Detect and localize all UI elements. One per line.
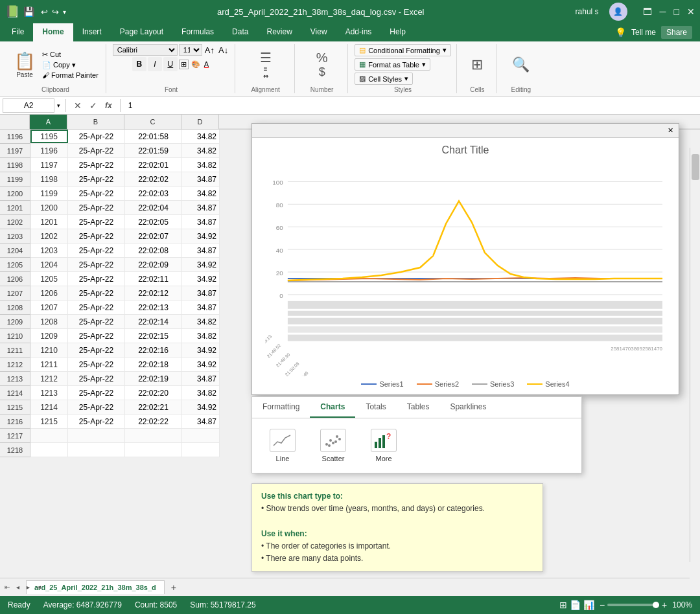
cell-d-1201[interactable]: 34.87 — [182, 201, 220, 214]
cell-d-1216[interactable]: 34.87 — [182, 415, 220, 428]
tab-file[interactable]: File — [3, 23, 33, 41]
cell-a-1209[interactable]: 1208 — [30, 315, 68, 328]
cell-a-1207[interactable]: 1206 — [30, 286, 68, 300]
tell-me-btn[interactable]: Tell me — [631, 28, 656, 37]
cell-c-1197[interactable]: 22:01:59 — [125, 144, 182, 157]
normal-view-icon[interactable]: ⊞ — [559, 600, 567, 610]
cell-d-1213[interactable]: 34.87 — [182, 372, 220, 385]
tab-home[interactable]: Home — [33, 23, 73, 41]
cell-c-1203[interactable]: 22:02:07 — [125, 229, 182, 243]
bold-button[interactable]: B — [132, 57, 146, 71]
cell-b-1196[interactable]: 25-Apr-22 — [68, 130, 125, 143]
cell-d-1198[interactable]: 34.82 — [182, 158, 220, 172]
cell-c-1208[interactable]: 22:02:13 — [125, 301, 182, 314]
qa-scatter-btn[interactable]: Scatter — [310, 425, 356, 466]
row-num-1206[interactable]: 1206 — [0, 272, 30, 286]
undo-icon[interactable]: ↩ — [41, 7, 48, 17]
minimize-icon[interactable]: ─ — [660, 6, 666, 17]
qa-tab-formatting[interactable]: Formatting — [252, 397, 310, 418]
cell-c-1200[interactable]: 22:02:03 — [125, 187, 182, 200]
zoom-out-btn[interactable]: − — [600, 600, 605, 610]
cell-c-1215[interactable]: 22:02:21 — [125, 400, 182, 414]
sheet-tab-1[interactable]: ard_25_April_2022_21h_38m_38s_d — [26, 580, 165, 594]
tab-insert[interactable]: Insert — [73, 23, 111, 41]
cell-b-1208[interactable]: 25-Apr-22 — [68, 301, 125, 314]
formula-input[interactable] — [126, 101, 697, 110]
sheet-nav-first[interactable]: ⇤ — [3, 583, 12, 592]
col-header-b[interactable]: B — [67, 115, 124, 129]
col-header-a[interactable]: A — [30, 115, 67, 129]
cell-d-1218[interactable] — [182, 443, 220, 457]
cell-b-1197[interactable]: 25-Apr-22 — [68, 144, 125, 157]
cell-a-1202[interactable]: 1201 — [30, 215, 68, 229]
cell-a-1197[interactable]: 1196 — [30, 144, 68, 157]
cell-c-1205[interactable]: 22:02:09 — [125, 258, 182, 271]
italic-button[interactable]: I — [148, 57, 162, 71]
cell-b-1207[interactable]: 25-Apr-22 — [68, 286, 125, 300]
cell-b-1200[interactable]: 25-Apr-22 — [68, 187, 125, 200]
cell-a-1201[interactable]: 1200 — [30, 201, 68, 214]
cell-c-1199[interactable]: 22:02:02 — [125, 172, 182, 186]
cell-a-1215[interactable]: 1214 — [30, 400, 68, 414]
cell-b-1202[interactable]: 25-Apr-22 — [68, 215, 125, 229]
cell-c-1217[interactable] — [125, 429, 182, 442]
redo-icon[interactable]: ↪ — [52, 7, 59, 17]
cell-d-1197[interactable]: 34.82 — [182, 144, 220, 157]
cell-c-1198[interactable]: 22:02:01 — [125, 158, 182, 172]
cell-c-1216[interactable]: 22:02:22 — [125, 415, 182, 428]
vertical-scrollbar[interactable] — [690, 148, 700, 562]
tab-page-layout[interactable]: Page Layout — [111, 23, 172, 41]
row-num-1198[interactable]: 1198 — [0, 158, 30, 172]
cell-b-1215[interactable]: 25-Apr-22 — [68, 400, 125, 414]
cell-b-1206[interactable]: 25-Apr-22 — [68, 272, 125, 286]
row-num-1217[interactable]: 1217 — [0, 429, 30, 443]
copy-button[interactable]: 📄 Copy ▾ — [40, 60, 100, 70]
cell-a-1211[interactable]: 1210 — [30, 343, 68, 357]
qa-line-btn[interactable]: Line — [260, 425, 305, 466]
cell-a-1205[interactable]: 1204 — [30, 258, 68, 271]
insert-function-icon[interactable]: fx — [102, 101, 115, 110]
row-num-1205[interactable]: 1205 — [0, 258, 30, 272]
cell-c-1214[interactable]: 22:02:20 — [125, 386, 182, 400]
font-family-select[interactable]: Calibri — [113, 44, 178, 56]
qa-tab-charts[interactable]: Charts — [310, 397, 355, 418]
increase-font-icon[interactable]: A↑ — [204, 45, 216, 55]
cell-d-1209[interactable]: 34.82 — [182, 315, 220, 328]
tab-formulas[interactable]: Formulas — [172, 23, 223, 41]
cell-d-1199[interactable]: 34.87 — [182, 172, 220, 186]
cell-c-1204[interactable]: 22:02:08 — [125, 244, 182, 257]
border-icon[interactable]: ⊞ — [179, 60, 189, 69]
row-num-1215[interactable]: 1215 — [0, 400, 30, 415]
underline-button[interactable]: U — [163, 57, 178, 71]
name-box[interactable] — [3, 98, 54, 113]
cell-a-1217[interactable] — [30, 429, 68, 442]
cell-d-1215[interactable]: 34.92 — [182, 400, 220, 414]
cell-b-1217[interactable] — [68, 429, 125, 442]
format-painter-button[interactable]: 🖌 Format Painter — [40, 71, 100, 80]
fill-color-icon[interactable]: 🎨 — [190, 60, 202, 69]
cell-b-1203[interactable]: 25-Apr-22 — [68, 229, 125, 243]
row-num-1218[interactable]: 1218 — [0, 443, 30, 457]
cell-d-1214[interactable]: 34.82 — [182, 386, 220, 400]
cell-d-1208[interactable]: 34.87 — [182, 301, 220, 314]
tab-review[interactable]: Review — [257, 23, 301, 41]
cell-c-1212[interactable]: 22:02:18 — [125, 358, 182, 371]
zoom-thumb[interactable] — [653, 602, 659, 608]
cell-b-1201[interactable]: 25-Apr-22 — [68, 201, 125, 214]
cell-d-1196[interactable]: 34.82 — [182, 130, 220, 143]
scroll-thumb[interactable] — [692, 154, 699, 180]
row-num-1196[interactable]: 1196 — [0, 130, 30, 144]
editing-button[interactable]: 🔍 — [508, 54, 533, 76]
cell-c-1202[interactable]: 22:02:05 — [125, 215, 182, 229]
cell-b-1198[interactable]: 25-Apr-22 — [68, 158, 125, 172]
sheet-nav-next[interactable]: ▸ — [23, 583, 32, 592]
cut-button[interactable]: ✂ Cut — [40, 50, 100, 60]
font-color-icon[interactable]: A — [203, 60, 210, 68]
cell-b-1218[interactable] — [68, 443, 125, 457]
close-icon[interactable]: ✕ — [687, 6, 695, 17]
sheet-nav-prev[interactable]: ◂ — [13, 583, 22, 592]
qa-tab-sparklines[interactable]: Sparklines — [439, 397, 496, 418]
confirm-formula-icon[interactable]: ✓ — [87, 100, 100, 111]
cell-d-1200[interactable]: 34.82 — [182, 187, 220, 200]
qa-tab-tables[interactable]: Tables — [397, 397, 440, 418]
